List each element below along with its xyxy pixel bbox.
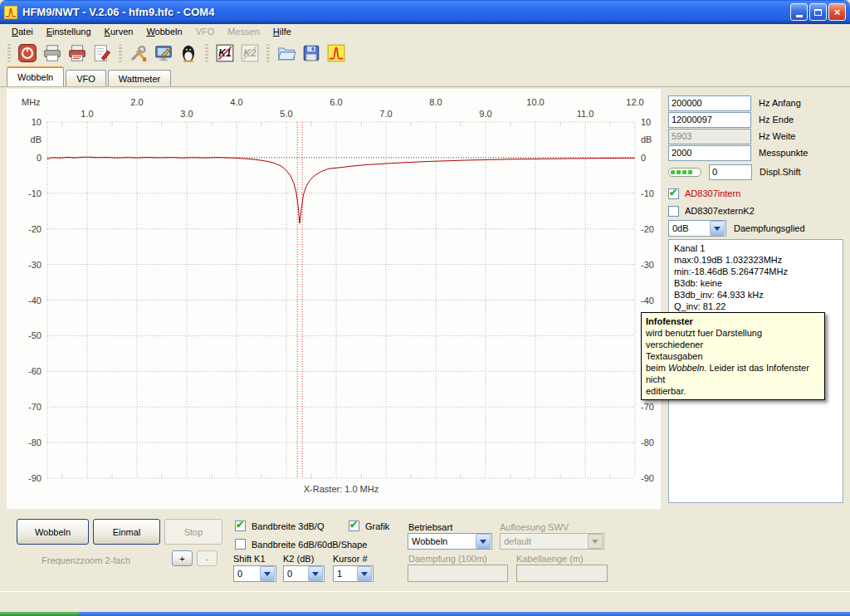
aufloesung-swv-label: Aufloesung SWV xyxy=(500,522,569,532)
start-button[interactable] xyxy=(0,612,79,616)
toolbar-grip[interactable] xyxy=(266,44,270,62)
aufloesung-swv-select: default xyxy=(500,533,604,550)
tooltip-title: Infofenster xyxy=(646,316,693,326)
svg-text:2.0: 2.0 xyxy=(130,97,143,107)
linux-penguin-icon xyxy=(178,43,198,63)
menu-datei[interactable]: Datei xyxy=(5,26,40,37)
menu-einstellung[interactable]: Einstellung xyxy=(40,26,98,37)
sweep-chart[interactable]: MHz2.04.06.08.010.012.01.03.05.07.09.011… xyxy=(7,89,661,509)
sweep-display-button[interactable] xyxy=(325,42,348,65)
toolbar-grip[interactable] xyxy=(205,44,208,62)
sweep-settings-panel: Hz Anfang Hz Ende Hz Weite Messpunkte Di… xyxy=(668,93,844,508)
maximize-icon xyxy=(814,9,822,16)
info-line: Q_inv: 81.22 xyxy=(674,301,838,312)
zoom-plus-button[interactable]: + xyxy=(172,550,193,566)
svg-text:0: 0 xyxy=(37,153,42,163)
toolbar-grip[interactable] xyxy=(119,44,122,62)
k2-db-select[interactable]: 0 xyxy=(283,565,325,582)
einmal-button[interactable]: Einmal xyxy=(93,519,160,545)
power-off-icon xyxy=(17,43,37,63)
svg-text:10: 10 xyxy=(641,117,651,127)
windows-taskbar[interactable] xyxy=(0,612,850,616)
grafik-label: Grafik xyxy=(365,521,389,531)
print-color-button[interactable] xyxy=(66,42,89,65)
ad8307externk2-checkbox[interactable] xyxy=(668,206,679,217)
file-open-button[interactable] xyxy=(275,42,298,65)
tab-vfo[interactable]: VFO xyxy=(66,70,106,86)
status-bar xyxy=(0,591,850,612)
daempfungsglied-select[interactable]: 0dB xyxy=(668,220,726,237)
dropdown-arrow-icon[interactable] xyxy=(260,566,275,581)
dropdown-arrow-icon[interactable] xyxy=(308,566,323,581)
hz-ende-input[interactable] xyxy=(668,112,751,128)
info-line: min:-18.46dB 5.264774MHz xyxy=(674,266,838,277)
window-title: HFM9/NWT - V.2.06 - hfm9.hfc - COM4 xyxy=(22,6,790,18)
daempfungsglied-value: 0dB xyxy=(669,223,710,233)
menu-kurven[interactable]: Kurven xyxy=(98,26,140,37)
svg-text:-40: -40 xyxy=(641,296,654,306)
file-save-button[interactable] xyxy=(300,42,323,65)
tab-bar: WobbelnVFOWattmeter xyxy=(0,68,850,86)
file-save-icon xyxy=(301,43,321,63)
kursor-label: Kursor # xyxy=(333,554,368,564)
bandbreite-3db-label: Bandbreite 3dB/Q xyxy=(252,521,324,531)
print-button[interactable] xyxy=(41,42,64,65)
svg-text:-20: -20 xyxy=(28,224,42,234)
svg-text:-70: -70 xyxy=(641,402,654,412)
displ-shift-slider[interactable] xyxy=(668,168,701,177)
svg-text:0: 0 xyxy=(641,153,646,163)
dropdown-arrow-icon[interactable] xyxy=(357,566,372,581)
tab-wattmeter[interactable]: Wattmeter xyxy=(108,70,171,86)
betriebsart-label: Betriebsart xyxy=(408,522,452,532)
dropdown-arrow-icon[interactable] xyxy=(710,221,725,236)
wobbeln-button[interactable]: Wobbeln xyxy=(17,519,89,545)
menu-wobbeln[interactable]: Wobbeln xyxy=(139,26,188,37)
dropdown-arrow-icon[interactable] xyxy=(476,534,491,549)
tools-icon xyxy=(129,43,149,63)
k1-curve-button[interactable]: K1 xyxy=(213,42,237,65)
ad8307intern-checkbox[interactable] xyxy=(668,188,679,199)
linux-penguin-button[interactable] xyxy=(177,42,200,65)
sweep-display-icon xyxy=(326,43,346,63)
svg-text:dB: dB xyxy=(641,134,652,144)
svg-text:-10: -10 xyxy=(28,188,42,198)
display-edit-button[interactable] xyxy=(152,42,175,65)
k2-curve-button[interactable]: K2 xyxy=(238,42,261,65)
toolbar-grip[interactable] xyxy=(7,44,11,62)
info-line: Kanal 1 xyxy=(674,242,838,254)
kursor-select[interactable]: 1 xyxy=(333,565,374,582)
svg-text:12.0: 12.0 xyxy=(626,97,643,107)
frequenzzoom-label: Frequenzzoom 2-fach xyxy=(42,555,130,565)
edit-notes-icon xyxy=(92,43,112,63)
svg-text:-80: -80 xyxy=(28,438,42,447)
svg-text:-50: -50 xyxy=(28,330,42,340)
settings-tools-button[interactable] xyxy=(127,42,150,65)
zoom-minus-button: - xyxy=(197,550,217,566)
bandbreite-6db-checkbox[interactable] xyxy=(235,539,246,550)
display-edit-icon xyxy=(154,43,173,63)
daempfung-label: Daempfung (100m) xyxy=(408,554,487,564)
svg-text:-30: -30 xyxy=(641,260,654,270)
hz-anfang-input[interactable] xyxy=(668,95,751,111)
grafik-checkbox[interactable] xyxy=(349,521,359,531)
tab-divider xyxy=(0,86,850,87)
power-off-button[interactable] xyxy=(16,42,39,65)
close-button[interactable]: × xyxy=(828,3,846,21)
svg-text:7.0: 7.0 xyxy=(379,109,392,119)
ad8307externk2-label: AD8307externK2 xyxy=(685,206,755,216)
shift-k1-select[interactable]: 0 xyxy=(233,565,276,582)
betriebsart-select[interactable]: Wobbeln xyxy=(408,533,492,550)
maximize-button[interactable] xyxy=(809,3,827,21)
bottom-controls: Wobbeln Einmal Stop Frequenzzoom 2-fach … xyxy=(0,513,850,591)
svg-text:11.0: 11.0 xyxy=(577,109,594,119)
tab-wobbeln[interactable]: Wobbeln xyxy=(7,66,64,86)
menu-hilfe[interactable]: Hilfe xyxy=(266,26,298,37)
edit-notes-button[interactable] xyxy=(90,42,114,65)
displ-shift-input[interactable] xyxy=(709,164,752,180)
chart-panel: MHz2.04.06.08.010.012.01.03.05.07.09.011… xyxy=(7,89,661,509)
messpunkte-input[interactable] xyxy=(668,145,751,161)
print-color-icon xyxy=(67,43,87,63)
bandbreite-3db-checkbox[interactable] xyxy=(235,521,246,531)
k2-curve-icon: K2 xyxy=(240,43,260,63)
minimize-button[interactable] xyxy=(790,3,808,21)
